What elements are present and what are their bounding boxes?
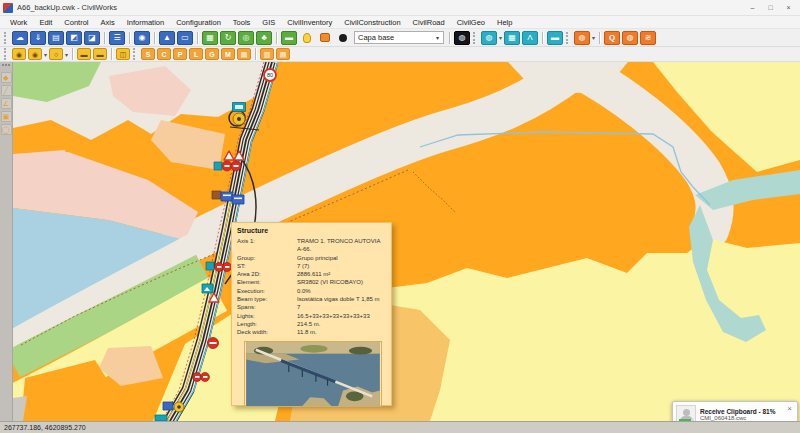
- notification-filename: CMI_060418.cwc: [700, 415, 785, 421]
- photo-icon[interactable]: ◉: [134, 31, 150, 45]
- menu-edit[interactable]: Edit: [33, 16, 58, 29]
- minimize-button[interactable]: –: [744, 1, 761, 14]
- globe-orange2-icon[interactable]: ◍: [622, 31, 638, 45]
- menu-axis[interactable]: Axis: [95, 16, 121, 29]
- avatar: [676, 405, 696, 422]
- chevron-down-icon[interactable]: ▾: [44, 51, 47, 58]
- info-sign[interactable]: [233, 103, 246, 112]
- import-icon[interactable]: ⇓: [30, 31, 46, 45]
- layer-combobox-value: Capa base: [358, 33, 394, 42]
- draw-polygon-icon[interactable]: ▣: [1, 111, 12, 122]
- m-button[interactable]: M: [221, 48, 235, 60]
- clipboard-notification[interactable]: Receive Clipboard - 81% CMI_060418.cwc ×: [672, 401, 798, 421]
- progress-bar: [679, 419, 694, 421]
- document-user-icon[interactable]: ◩: [66, 31, 82, 45]
- draw-angle-icon[interactable]: ∠: [1, 98, 12, 109]
- tooltip-row: Spans:7: [237, 303, 386, 311]
- menu-bar: Work Edit Control Axis Information Confi…: [0, 16, 800, 29]
- bus-icon[interactable]: ▬: [281, 31, 297, 45]
- globe-orange-icon[interactable]: ◍: [574, 31, 590, 45]
- main-toolbar: ☁ ⇓ ▤ ◩ ◪ ☰ ◉ ▲ ▭ ▦ ↻ ◎ ♣ ▬ Capa base ▾ …: [0, 29, 800, 47]
- menu-work[interactable]: Work: [4, 16, 33, 29]
- record-icon[interactable]: [335, 31, 351, 45]
- chevron-down-icon[interactable]: ▾: [499, 34, 502, 41]
- toolbar-grip[interactable]: [4, 48, 9, 60]
- no-entry-sign[interactable]: [208, 338, 219, 349]
- secondary-toolbar: ◉ ◉ ▾ ○ ▾ ▬ ▬ ◫ S C P L G M ▤ ▥ ▤: [0, 47, 800, 62]
- menu-gis[interactable]: GIS: [256, 16, 281, 29]
- signature-icon[interactable]: ≋: [640, 31, 656, 45]
- unlock-icon[interactable]: [317, 31, 333, 45]
- speed-limit-sign[interactable]: 80: [264, 69, 276, 81]
- tooltip-row: Axis 1:TRAMO 1. TRONCO AUTOVIA A-66.: [237, 237, 386, 254]
- save-icon[interactable]: ▤: [48, 31, 64, 45]
- globe-cyan-icon[interactable]: ◍: [481, 31, 497, 45]
- bell-icon[interactable]: ◉: [12, 48, 26, 60]
- tooltip-row: ST:7 (7): [237, 262, 386, 270]
- layer-combobox[interactable]: Capa base ▾: [354, 31, 444, 44]
- menu-civilconstruction[interactable]: CivilConstruction: [338, 16, 406, 29]
- car-icon[interactable]: ▬: [93, 48, 107, 60]
- g-button[interactable]: G: [205, 48, 219, 60]
- toolbar-grip[interactable]: [133, 48, 138, 60]
- p-button[interactable]: P: [173, 48, 187, 60]
- view-icon[interactable]: ◉: [28, 48, 42, 60]
- status-bar: 267737.186, 4620895.270: [0, 421, 800, 433]
- draw-point-icon[interactable]: ◆: [1, 72, 12, 83]
- document-gear-icon[interactable]: ◪: [84, 31, 100, 45]
- network-icon[interactable]: ♣: [256, 31, 272, 45]
- restriction-signs-1[interactable]: [214, 161, 241, 171]
- globe-dark-icon[interactable]: ◍: [454, 31, 470, 45]
- signal-icon[interactable]: ◫: [116, 48, 130, 60]
- query-icon[interactable]: Q: [604, 31, 620, 45]
- menu-civilroad[interactable]: CivilRoad: [407, 16, 451, 29]
- tooltip-row: Execution:0.0%: [237, 287, 386, 295]
- toolbar-grip[interactable]: [4, 32, 9, 44]
- document-icon[interactable]: ▤: [237, 48, 251, 60]
- menu-tools[interactable]: Tools: [227, 16, 257, 29]
- zoom-icon[interactable]: ○: [49, 48, 63, 60]
- menu-civilgeo[interactable]: CivilGeo: [451, 16, 491, 29]
- s-button[interactable]: S: [141, 48, 155, 60]
- truck-icon[interactable]: ▬: [77, 48, 91, 60]
- geolocation-icon[interactable]: ◎: [238, 31, 254, 45]
- mountain-sign[interactable]: [202, 284, 213, 293]
- chevron-down-icon[interactable]: ▾: [592, 34, 595, 41]
- lightbulb-icon[interactable]: [299, 31, 315, 45]
- menu-help[interactable]: Help: [491, 16, 518, 29]
- grid-3d-icon[interactable]: ▦: [202, 31, 218, 45]
- maximize-button[interactable]: □: [762, 1, 779, 14]
- notification-title: Receive Clipboard - 81%: [700, 408, 785, 415]
- cloud-icon[interactable]: ☁: [12, 31, 28, 45]
- menu-information[interactable]: Information: [121, 16, 171, 29]
- menu-civilinventory[interactable]: CivilInventory: [281, 16, 338, 29]
- draw-circle-icon[interactable]: ◯: [1, 124, 12, 135]
- car-cyan-icon[interactable]: ▬: [547, 31, 563, 45]
- menu-control[interactable]: Control: [58, 16, 94, 29]
- toolbar-grip[interactable]: [2, 64, 10, 68]
- c-button[interactable]: C: [157, 48, 171, 60]
- close-button[interactable]: ×: [780, 1, 797, 14]
- compass-icon[interactable]: Λ: [522, 31, 538, 45]
- chart-icon[interactable]: ▲: [159, 31, 175, 45]
- orbit-icon[interactable]: ↻: [220, 31, 236, 45]
- restriction-signs-2[interactable]: [206, 262, 232, 272]
- monitor-icon[interactable]: ▭: [177, 31, 193, 45]
- chevron-down-icon[interactable]: ▾: [65, 51, 68, 58]
- civilworks-window: A66_backUp.cwk - CivilWorks – □ × Work E…: [0, 0, 800, 433]
- camera-sign[interactable]: [233, 113, 245, 125]
- document-add-icon[interactable]: ▤: [276, 48, 290, 60]
- map-canvas[interactable]: 80: [13, 62, 800, 421]
- menu-configuration[interactable]: Configuration: [170, 16, 227, 29]
- matrix-icon[interactable]: ▦: [504, 31, 520, 45]
- toolbar-grip[interactable]: [566, 32, 571, 44]
- close-icon[interactable]: ×: [785, 404, 794, 413]
- document-copy-icon[interactable]: ▥: [260, 48, 274, 60]
- toolbar-grip[interactable]: [473, 32, 478, 44]
- bridge-photo: [244, 341, 382, 407]
- l-button[interactable]: L: [189, 48, 203, 60]
- svg-text:80: 80: [267, 72, 273, 78]
- draw-line-icon[interactable]: ╱: [1, 85, 12, 96]
- layers-icon[interactable]: ☰: [109, 31, 125, 45]
- landuse-map[interactable]: 80: [13, 62, 800, 421]
